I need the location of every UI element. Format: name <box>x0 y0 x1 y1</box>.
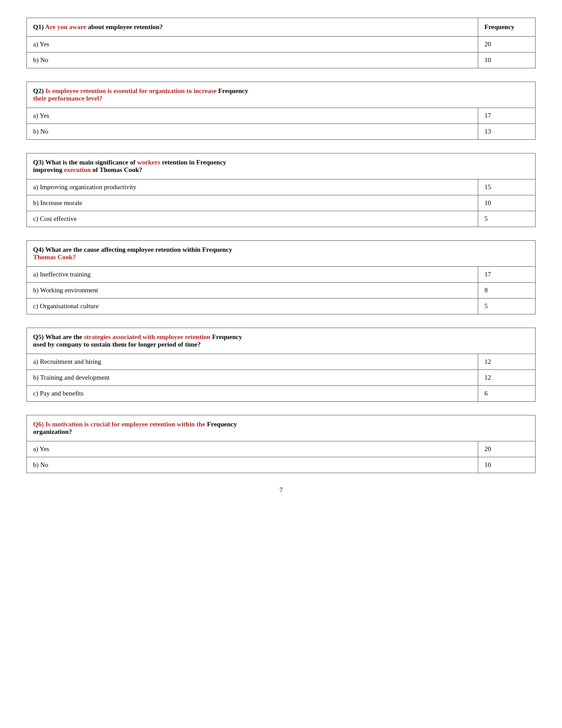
q2-answer-b: b) No 13 <box>27 124 536 140</box>
q3-improving: improving <box>33 166 64 173</box>
question-table-q1: Q1) Are you aware about employee retenti… <box>26 18 536 68</box>
q1-prefix: Q1) <box>33 23 45 30</box>
q6-line1: Q6) Is motivation is crucial for employe… <box>33 421 207 428</box>
page-number: 7 <box>26 486 536 494</box>
q3-prefix: Q3) What is the main significance of <box>33 159 137 166</box>
q5-freq-inline: Frequency <box>212 333 242 340</box>
question-table-q3: Q3) What is the main significance of wor… <box>26 153 536 227</box>
q6-answer-a-label: a) Yes <box>27 441 478 457</box>
q1-answer-a: a) Yes 20 <box>27 37 536 52</box>
q6-answer-a: a) Yes 20 <box>27 441 536 457</box>
q3-answer-a-label: a) Improving organization productivity <box>27 179 478 195</box>
q5-answer-a-freq: 12 <box>478 354 536 370</box>
q5-question-cell: Q5) What are the strategies associated w… <box>27 328 536 354</box>
q6-answer-b-freq: 10 <box>478 457 536 473</box>
q3-question-row: Q3) What is the main significance of wor… <box>27 153 536 179</box>
q2-answer-a-label: a) Yes <box>27 108 478 124</box>
q3-answer-c-freq: 5 <box>478 211 536 227</box>
q6-answer-a-freq: 20 <box>478 441 536 457</box>
q4-answer-b-freq: 8 <box>478 283 536 299</box>
question-table-q5: Q5) What are the strategies associated w… <box>26 328 536 402</box>
q3-workers: workers <box>137 159 162 166</box>
q5-answer-c-freq: 6 <box>478 386 536 402</box>
q6-freq-inline: Frequency <box>207 421 237 428</box>
q5-line1-pre: Q5) What are the <box>33 333 84 340</box>
question-table-q2: Q2) Is employee retention is essential f… <box>26 82 536 140</box>
q1-answer-b-label: b) No <box>27 52 478 68</box>
q2-line1: Is employee retention is essential for o… <box>45 87 218 94</box>
q4-answer-c-label: c) Organisational culture <box>27 299 478 314</box>
q1-question-cell: Q1) Are you aware about employee retenti… <box>27 18 478 37</box>
q3-answer-a: a) Improving organization productivity 1… <box>27 179 536 195</box>
q4-thomascook: Thomas Cook? <box>33 254 76 261</box>
q5-answer-a: a) Recruitment and hiring 12 <box>27 354 536 370</box>
q3-answer-b-label: b) Increase morale <box>27 195 478 211</box>
question-table-q6: Q6) Is motivation is crucial for employe… <box>26 415 536 473</box>
q4-answer-b: b) Working environment 8 <box>27 283 536 299</box>
q5-answer-c: c) Pay and benefits 6 <box>27 386 536 402</box>
q2-answer-a-freq: 17 <box>478 108 536 124</box>
q1-freq-header: Frequency <box>478 18 536 37</box>
q6-answer-b: b) No 10 <box>27 457 536 473</box>
q5-question-row: Q5) What are the strategies associated w… <box>27 328 536 354</box>
q6-line2: organization? <box>33 428 72 435</box>
q4-question-cell: Q4) What are the cause affecting employe… <box>27 241 536 267</box>
q1-rest: about employee retention? <box>88 23 163 30</box>
q3-answer-b-freq: 10 <box>478 195 536 211</box>
question-table-q4: Q4) What are the cause affecting employe… <box>26 240 536 314</box>
q5-answer-b-label: b) Training and development <box>27 370 478 386</box>
q4-answer-c: c) Organisational culture 5 <box>27 299 536 314</box>
q5-answer-b-freq: 12 <box>478 370 536 386</box>
q6-question-row: Q6) Is motivation is crucial for employe… <box>27 415 536 441</box>
q6-answer-b-label: b) No <box>27 457 478 473</box>
q3-answer-c-label: c) Cost effective <box>27 211 478 227</box>
q3-retention: retention in Frequency <box>162 159 226 166</box>
q5-line2: used by company to sustain them for long… <box>33 341 201 348</box>
q4-answer-a-freq: 17 <box>478 267 536 283</box>
q1-frequency-label: Frequency <box>484 23 514 30</box>
q2-answer-b-label: b) No <box>27 124 478 140</box>
q5-answer-b: b) Training and development 12 <box>27 370 536 386</box>
q5-strategies: strategies associated with employee rete… <box>84 333 212 340</box>
q5-answer-c-label: c) Pay and benefits <box>27 386 478 402</box>
q2-answer-b-freq: 13 <box>478 124 536 140</box>
q4-answer-a-label: a) Ineffective training <box>27 267 478 283</box>
q5-answer-a-label: a) Recruitment and hiring <box>27 354 478 370</box>
q2-question-row: Q2) Is employee retention is essential f… <box>27 82 536 108</box>
q4-question-row: Q4) What are the cause affecting employe… <box>27 241 536 267</box>
q3-answer-b: b) Increase morale 10 <box>27 195 536 211</box>
q3-answer-a-freq: 15 <box>478 179 536 195</box>
q2-line2: their performance level? <box>33 95 102 102</box>
q1-answer-b: b) No 10 <box>27 52 536 68</box>
q1-answer-a-label: a) Yes <box>27 37 478 52</box>
q4-answer-b-label: b) Working environment <box>27 283 478 299</box>
q4-answer-c-freq: 5 <box>478 299 536 314</box>
q2-prefix: Q2) <box>33 87 45 94</box>
q3-answer-c: c) Cost effective 5 <box>27 211 536 227</box>
q6-question-cell: Q6) Is motivation is crucial for employe… <box>27 415 536 441</box>
q4-answer-a: a) Ineffective training 17 <box>27 267 536 283</box>
q2-question-cell: Q2) Is employee retention is essential f… <box>27 82 536 108</box>
q3-question-cell: Q3) What is the main significance of wor… <box>27 153 536 179</box>
q1-highlight: Are you aware <box>45 23 88 30</box>
q1-answer-a-freq: 20 <box>478 37 536 52</box>
q2-answer-a: a) Yes 17 <box>27 108 536 124</box>
q4-line1: Q4) What are the cause affecting employe… <box>33 246 232 253</box>
q1-question-row: Q1) Are you aware about employee retenti… <box>27 18 536 37</box>
q1-answer-b-freq: 10 <box>478 52 536 68</box>
q2-freq-inline: Frequency <box>218 87 248 94</box>
q3-execution: execution <box>64 166 91 173</box>
q3-thomascook: of Thomas Cook? <box>91 166 142 173</box>
